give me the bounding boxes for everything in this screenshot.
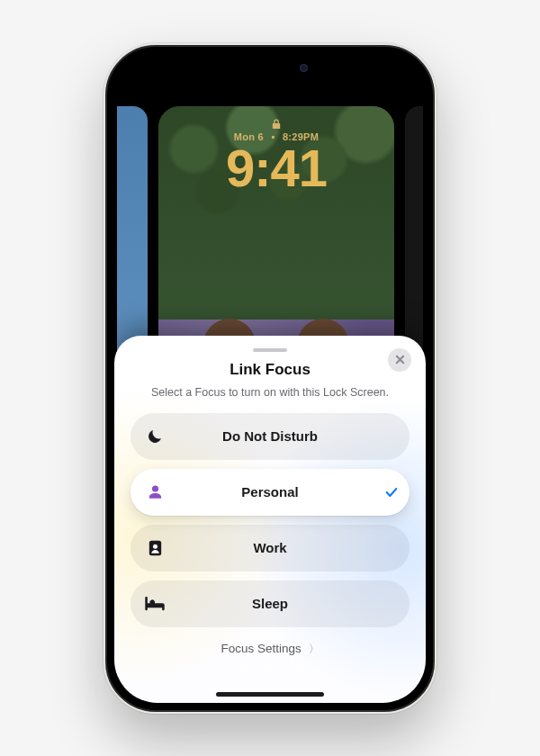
focus-option-label: Personal <box>179 484 374 500</box>
focus-option-sleep[interactable]: Sleep <box>130 580 410 627</box>
person-icon <box>130 483 179 500</box>
home-indicator[interactable] <box>216 692 324 697</box>
close-icon <box>395 352 405 368</box>
sheet-title: Link Focus <box>130 361 410 379</box>
focus-option-label: Do Not Disturb <box>179 428 374 444</box>
bed-icon <box>130 597 179 611</box>
focus-option-label: Sleep <box>179 596 374 611</box>
screen: Mon 6 • 8:29PM 9:41 Link Focus Select a … <box>114 54 426 703</box>
focus-option-personal[interactable]: Personal <box>130 469 410 516</box>
focus-settings-link[interactable]: Focus Settings 〉 <box>130 642 410 657</box>
focus-option-work[interactable]: Work <box>130 525 410 572</box>
focus-options: Do Not Disturb Personal Wo <box>130 413 410 627</box>
focus-settings-label: Focus Settings <box>220 642 301 655</box>
sheet-grabber[interactable] <box>253 348 287 352</box>
link-focus-sheet: Link Focus Select a Focus to turn on wit… <box>114 336 426 703</box>
chevron-right-icon: 〉 <box>309 643 320 655</box>
focus-option-do-not-disturb[interactable]: Do Not Disturb <box>130 413 410 460</box>
sheet-subtitle: Select a Focus to turn on with this Lock… <box>134 386 406 399</box>
svg-point-2 <box>153 544 158 548</box>
notch <box>207 54 333 83</box>
checkmark-icon <box>374 485 410 500</box>
badge-icon <box>130 539 179 557</box>
lockscreen-time: 9:41 <box>158 142 394 194</box>
focus-option-label: Work <box>179 540 374 555</box>
device-frame: Mon 6 • 8:29PM 9:41 Link Focus Select a … <box>104 43 436 714</box>
moon-icon <box>130 428 179 446</box>
close-button[interactable] <box>388 348 411 372</box>
